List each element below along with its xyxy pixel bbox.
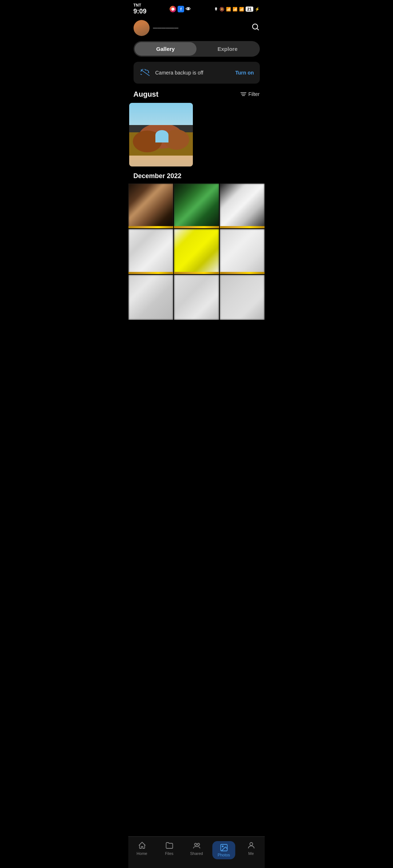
eye-icon: 👁 xyxy=(186,6,191,12)
august-title: August xyxy=(134,90,159,99)
turn-on-button[interactable]: Turn on xyxy=(235,70,254,76)
photo-cell-4[interactable] xyxy=(128,229,174,274)
avatar[interactable] xyxy=(134,20,150,36)
app-header: ────── xyxy=(128,17,265,40)
photo-cell-2[interactable] xyxy=(174,184,219,229)
gallery-content: Camera backup is off Turn on August Filt… xyxy=(128,62,265,353)
user-info: ────── xyxy=(134,20,179,36)
photo-cell-7[interactable] xyxy=(128,275,174,320)
svg-point-0 xyxy=(253,24,258,29)
username: ────── xyxy=(153,25,179,31)
december-photo-grid xyxy=(128,184,265,320)
facebook-icon: f xyxy=(178,6,184,12)
august-photos xyxy=(128,103,265,169)
cloud-off-icon xyxy=(139,67,151,79)
app-notifications: f 👁 xyxy=(170,6,191,12)
photo-cell-8[interactable] xyxy=(174,275,219,320)
tab-gallery[interactable]: Gallery xyxy=(135,42,197,56)
svg-rect-11 xyxy=(155,135,168,142)
backup-banner: Camera backup is off Turn on xyxy=(134,62,260,84)
photo-cell-5[interactable] xyxy=(174,229,219,274)
battery-level: 21 xyxy=(246,7,253,12)
messenger-icon xyxy=(170,6,176,12)
december-section-title: December 2022 xyxy=(128,169,265,184)
tab-switcher: Gallery Explore xyxy=(134,41,260,57)
signal-icon-2: 📶 xyxy=(239,7,244,12)
backup-info: Camera backup is off xyxy=(139,67,203,79)
filter-label: Filter xyxy=(248,91,259,97)
tab-explore[interactable]: Explore xyxy=(196,42,259,56)
desert-photo-thumb[interactable] xyxy=(129,103,193,166)
august-section-header: August Filter xyxy=(128,90,265,103)
charging-icon: ⚡ xyxy=(255,7,260,12)
mute-icon: 🔕 xyxy=(219,7,225,12)
clock: 9:09 xyxy=(134,8,147,16)
signal-icon-1: 📶 xyxy=(233,7,238,12)
backup-text: Camera backup is off xyxy=(155,70,203,76)
photo-cell-3[interactable] xyxy=(220,184,265,229)
wifi-icon: 📶 xyxy=(226,7,231,12)
status-bar: TNT 9:09 f 👁 🎙 🔕 📶 📶 📶 21 ⚡ xyxy=(128,0,265,17)
photo-cell-9[interactable] xyxy=(220,275,265,320)
status-icons: 🎙 🔕 📶 📶 📶 21 ⚡ xyxy=(214,7,259,12)
carrier-info: TNT 9:09 xyxy=(134,3,147,16)
search-button[interactable] xyxy=(251,23,260,33)
filter-button[interactable]: Filter xyxy=(241,91,259,97)
svg-line-1 xyxy=(257,28,258,30)
carrier-name: TNT xyxy=(134,3,147,8)
photo-cell-1[interactable] xyxy=(128,184,174,229)
photo-cell-6[interactable] xyxy=(220,229,265,274)
mic-icon: 🎙 xyxy=(214,7,218,11)
